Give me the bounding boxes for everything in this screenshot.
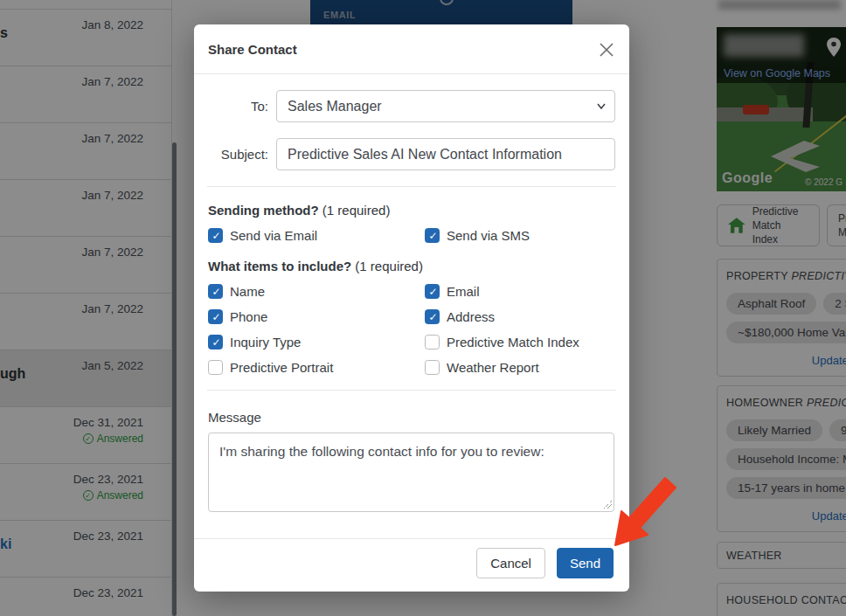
checkbox-item[interactable]: Email: [425, 284, 615, 299]
checkbox-label: Weather Report: [447, 360, 539, 375]
sending-method-options: Send via Email Send via SMS: [208, 228, 615, 243]
subject-input[interactable]: [276, 138, 615, 170]
checkbox-item[interactable]: Send via SMS: [425, 228, 615, 243]
modal-footer: Cancel Send: [194, 538, 629, 592]
checkbox-label: Inquiry Type: [230, 335, 301, 350]
checkbox[interactable]: [208, 309, 223, 324]
checkbox-item[interactable]: Predictive Portrait: [208, 360, 425, 375]
checkbox-item[interactable]: Phone: [208, 309, 425, 324]
items-include-label: What items to include? (1 required): [208, 259, 615, 273]
checkbox-label: Email: [447, 284, 480, 299]
checkbox-item[interactable]: Inquiry Type: [208, 335, 425, 350]
checkbox-label: Predictive Match Index: [447, 335, 579, 350]
subject-label: Subject:: [208, 147, 276, 162]
checkbox-label: Name: [230, 284, 265, 299]
checkbox[interactable]: [425, 360, 440, 375]
checkbox[interactable]: [425, 335, 440, 350]
modal-body: To: Sales Manager Subject: Sen: [194, 74, 629, 516]
cancel-button[interactable]: Cancel: [476, 548, 545, 578]
modal-title: Share Contact: [208, 42, 297, 57]
checkbox-label: Address: [447, 309, 495, 324]
to-select[interactable]: Sales Manager: [276, 90, 615, 122]
modal-header: Share Contact: [194, 24, 629, 74]
checkbox-item[interactable]: Send via Email: [208, 228, 425, 243]
checkbox[interactable]: [208, 284, 223, 299]
close-icon[interactable]: [598, 41, 615, 59]
divider: [207, 186, 616, 187]
checkbox-label: Send via SMS: [447, 228, 530, 243]
checkbox-label: Send via Email: [230, 228, 317, 243]
checkbox-item[interactable]: Address: [425, 309, 615, 324]
checkbox[interactable]: [425, 309, 440, 324]
checkbox[interactable]: [425, 284, 440, 299]
checkbox-item[interactable]: Weather Report: [425, 360, 615, 375]
items-include-options: Name Email Phone Address: [208, 284, 615, 375]
sending-method-label: Sending method? (1 required): [208, 203, 615, 218]
checkbox-label: Phone: [230, 309, 267, 324]
red-arrow-annotation: [601, 461, 693, 557]
checkbox-item[interactable]: Predictive Match Index: [425, 335, 615, 350]
subject-field-row: Subject:: [208, 138, 615, 170]
to-field-row: To: Sales Manager: [208, 90, 615, 122]
message-textarea[interactable]: I'm sharing the following contact info f…: [208, 433, 614, 512]
checkbox-label: Predictive Portrait: [230, 360, 333, 375]
checkbox[interactable]: [208, 360, 223, 375]
screen: s Jan 8, 2022 ✓ Jan 7, 2022 ✓: [0, 0, 846, 616]
divider: [207, 390, 616, 391]
message-label: Message: [208, 410, 615, 425]
checkbox[interactable]: [208, 228, 223, 243]
checkbox[interactable]: [425, 228, 440, 243]
share-contact-modal: Share Contact To: Sales Manager: [194, 24, 629, 592]
checkbox[interactable]: [208, 335, 223, 350]
checkbox-item[interactable]: Name: [208, 284, 425, 299]
to-label: To:: [208, 99, 276, 114]
